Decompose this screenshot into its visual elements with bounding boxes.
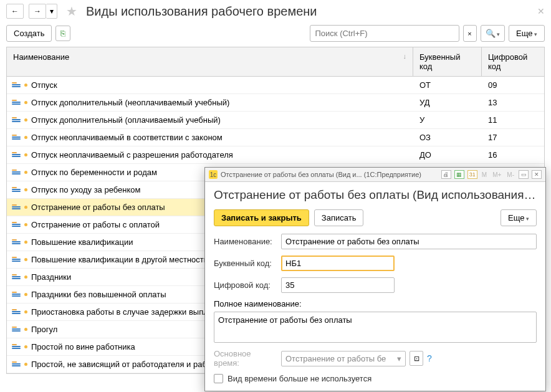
table-row[interactable]: Отпуск неоплачиваемый с разрешения работ… xyxy=(7,146,544,164)
row-letter: ОЗ xyxy=(413,133,482,142)
row-icon xyxy=(12,274,21,280)
row-name: Прогул xyxy=(31,325,57,334)
row-letter: ДО xyxy=(413,150,482,160)
print-icon[interactable]: 🖨 xyxy=(441,170,451,179)
row-name: Отпуск дополнительный (неоплачиваемый уч… xyxy=(31,98,229,107)
forward-button[interactable]: → xyxy=(29,4,46,19)
label-digit: Цифровой код: xyxy=(214,280,276,290)
m-icon[interactable]: M xyxy=(481,171,488,178)
row-digit: 11 xyxy=(482,115,544,125)
table-row[interactable]: ОтпускОТ09 xyxy=(7,77,544,94)
table-row[interactable]: Отпуск дополнительный (неоплачиваемый уч… xyxy=(7,94,544,112)
edit-modal: 1c Отстранение от работы без оплаты (Вид… xyxy=(204,167,546,391)
row-icon xyxy=(12,309,21,315)
row-name: Отстранение от работы с оплатой xyxy=(31,220,160,229)
bullet-icon xyxy=(24,136,27,139)
back-button[interactable]: ← xyxy=(6,4,24,19)
row-name: Отпуск xyxy=(31,80,57,90)
more-button[interactable]: Еще xyxy=(509,25,545,42)
modal-close-icon[interactable]: ✕ xyxy=(532,170,542,179)
row-digit: 16 xyxy=(482,150,544,160)
column-digit[interactable]: Цифровой код xyxy=(482,47,544,76)
row-icon xyxy=(12,222,21,228)
table-header: Наименование ↓ Буквенный код Цифровой ко… xyxy=(7,47,544,77)
favorite-icon[interactable]: ★ xyxy=(66,4,77,19)
search-options-button[interactable]: 🔍 xyxy=(481,25,505,42)
label-main-time: Основное время: xyxy=(214,349,276,368)
not-used-checkbox[interactable] xyxy=(214,374,223,383)
row-icon xyxy=(12,361,21,368)
letter-code-field[interactable] xyxy=(281,256,395,271)
row-icon xyxy=(12,344,21,350)
table-row[interactable]: Отпуск неоплачиваемый в соответствии с з… xyxy=(7,129,544,146)
calc-icon[interactable]: ▦ xyxy=(454,170,464,179)
m-plus-icon[interactable]: M+ xyxy=(491,171,502,178)
modal-heading: Отстранение от работы без оплаты (Вид ис… xyxy=(214,188,537,202)
bullet-icon xyxy=(24,275,27,279)
label-letter: Буквенный код: xyxy=(214,259,276,268)
row-icon xyxy=(12,204,21,211)
column-name[interactable]: Наименование ↓ xyxy=(7,47,413,76)
row-icon xyxy=(12,117,21,123)
bullet-icon xyxy=(24,84,27,87)
bullet-icon xyxy=(24,223,27,226)
label-full: Полное наименование: xyxy=(214,299,537,308)
row-name: Отпуск неоплачиваемый в соответствии с з… xyxy=(31,133,223,142)
calendar-icon[interactable]: 31 xyxy=(467,170,477,179)
app-icon: 1c xyxy=(209,170,218,179)
search-input[interactable] xyxy=(310,25,459,42)
bullet-icon xyxy=(24,101,27,104)
row-letter: У xyxy=(413,115,482,125)
bullet-icon xyxy=(24,188,27,191)
row-icon xyxy=(12,257,21,263)
row-name: Праздники без повышенной оплаты xyxy=(31,290,166,299)
row-icon xyxy=(12,82,21,88)
row-name: Повышение квалификации в другой местност… xyxy=(31,255,208,264)
close-icon[interactable]: ✕ xyxy=(537,6,545,16)
modal-titlebar[interactable]: 1c Отстранение от работы без оплаты (Вид… xyxy=(205,168,545,182)
bullet-icon xyxy=(24,328,27,331)
search-clear-button[interactable]: × xyxy=(463,25,477,42)
row-icon xyxy=(12,170,21,176)
row-icon xyxy=(12,152,21,158)
full-name-field[interactable] xyxy=(214,312,537,343)
row-name: Отстранение от работы без оплаты xyxy=(31,203,165,212)
page-title: Виды использования рабочего времени xyxy=(86,4,317,19)
bullet-icon xyxy=(24,293,27,296)
save-and-close-button[interactable]: Записать и закрыть xyxy=(214,209,309,226)
digit-code-field[interactable] xyxy=(281,277,395,293)
main-time-combo[interactable]: Отстранение от работы бе ▾ xyxy=(281,351,406,366)
main-toolbar: Создать ⎘ × 🔍 Еще xyxy=(0,22,551,47)
combo-select-button[interactable]: ⊡ xyxy=(410,351,423,366)
create-button[interactable]: Создать xyxy=(6,25,52,42)
row-digit: 17 xyxy=(482,133,544,142)
label-not-used: Вид времени больше не используется xyxy=(228,374,371,383)
bullet-icon xyxy=(24,153,27,156)
m-minus-icon[interactable]: M- xyxy=(505,171,515,178)
save-button[interactable]: Записать xyxy=(314,209,364,226)
row-name: Приостановка работы в случае задержки вы… xyxy=(31,307,215,317)
copy-button[interactable]: ⎘ xyxy=(55,26,70,41)
sort-indicator-icon: ↓ xyxy=(403,52,407,71)
combo-dropdown-icon: ▾ xyxy=(397,354,401,363)
bullet-icon xyxy=(24,258,27,261)
table-row[interactable]: Отпуск дополнительный (оплачиваемый учеб… xyxy=(7,112,544,129)
bullet-icon xyxy=(24,171,27,174)
row-name: Отпуск неоплачиваемый с разрешения работ… xyxy=(31,150,233,160)
row-letter: ОТ xyxy=(413,80,482,90)
column-letter[interactable]: Буквенный код xyxy=(413,47,482,76)
modal-window-title: Отстранение от работы без оплаты (Вид и.… xyxy=(221,171,438,178)
row-icon xyxy=(12,135,21,141)
modal-more-button[interactable]: Еще xyxy=(501,209,537,226)
minimize-icon[interactable]: ▭ xyxy=(519,170,529,179)
name-field[interactable] xyxy=(281,234,537,249)
nav-dropdown[interactable]: ▾ xyxy=(46,4,57,19)
help-icon[interactable]: ? xyxy=(427,353,432,363)
bullet-icon xyxy=(24,310,27,313)
row-icon xyxy=(12,327,21,333)
bullet-icon xyxy=(24,241,27,244)
row-name: Отпуск дополнительный (оплачиваемый учеб… xyxy=(31,115,221,125)
row-name: Простой по вине работника xyxy=(31,342,135,351)
bullet-icon xyxy=(24,206,27,209)
bullet-icon xyxy=(24,118,27,122)
